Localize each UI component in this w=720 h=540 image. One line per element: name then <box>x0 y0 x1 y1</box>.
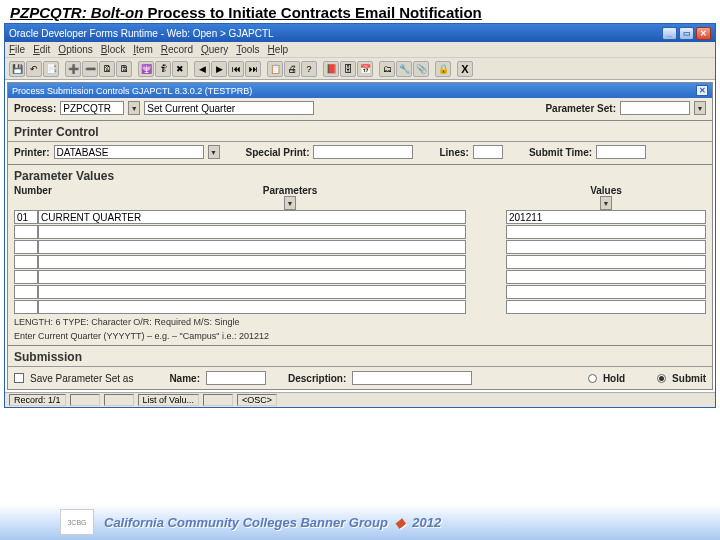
titlebar: Oracle Developer Forms Runtime - Web: Op… <box>5 24 715 42</box>
paramset-dropdown[interactable]: ▼ <box>694 101 706 115</box>
param-num[interactable] <box>14 255 38 269</box>
prevrec-icon[interactable]: ◀ <box>194 61 210 77</box>
param-num[interactable] <box>14 225 38 239</box>
cal-icon[interactable]: 📅 <box>357 61 373 77</box>
close-button[interactable]: ✕ <box>696 27 711 40</box>
process-dropdown[interactable]: ▼ <box>128 101 140 115</box>
param-desc[interactable] <box>38 255 466 269</box>
printer-input[interactable] <box>54 145 204 159</box>
param-desc-1[interactable] <box>38 210 466 224</box>
window-title: Oracle Developer Forms Runtime - Web: Op… <box>9 28 660 39</box>
cancelq-icon[interactable]: ✖ <box>172 61 188 77</box>
param-scroll-dropdown[interactable]: ▼ <box>284 196 296 210</box>
book-icon[interactable]: 📕 <box>323 61 339 77</box>
insert-icon[interactable]: ➕ <box>65 61 81 77</box>
lines-input[interactable] <box>473 145 503 159</box>
special-print-label: Special Print: <box>246 147 310 158</box>
param-val[interactable] <box>506 300 706 314</box>
param-num-1[interactable] <box>14 210 38 224</box>
printer-header: Printer Control <box>8 123 712 141</box>
save-paramset-checkbox[interactable] <box>14 373 24 383</box>
process-input[interactable] <box>60 101 124 115</box>
value-scroll-dropdown[interactable]: ▼ <box>600 196 612 210</box>
tool2-icon[interactable]: 🔧 <box>396 61 412 77</box>
tool-icon[interactable]: 🗂 <box>379 61 395 77</box>
nextblk-icon[interactable]: ⏭ <box>245 61 261 77</box>
list-icon[interactable]: 📋 <box>267 61 283 77</box>
submit-radio[interactable] <box>657 374 666 383</box>
status-cell <box>203 394 233 406</box>
lock-icon[interactable]: 🔒 <box>435 61 451 77</box>
exit-icon[interactable]: X <box>457 61 473 77</box>
param-num[interactable] <box>14 240 38 254</box>
menu-help[interactable]: Help <box>268 44 289 55</box>
status-list: List of Valu... <box>138 394 199 406</box>
sub-title: Process Submission Controls GJAPCTL 8.3.… <box>12 86 252 96</box>
param-val-1[interactable] <box>506 210 706 224</box>
delete-icon[interactable]: ➖ <box>82 61 98 77</box>
help-icon[interactable]: ? <box>301 61 317 77</box>
special-print-input[interactable] <box>313 145 413 159</box>
menu-record[interactable]: Record <box>161 44 193 55</box>
desc-label: Description: <box>288 373 346 384</box>
desc-input[interactable] <box>352 371 472 385</box>
menu-file[interactable]: File <box>9 44 25 55</box>
submit-time-input[interactable] <box>596 145 646 159</box>
param-desc[interactable] <box>38 285 466 299</box>
enterq-icon[interactable]: 🕎 <box>138 61 154 77</box>
hold-radio[interactable] <box>588 374 597 383</box>
slide-footer: 3CBG California Community Colleges Banne… <box>0 504 720 540</box>
status-osc: <OSC> <box>237 394 277 406</box>
submission-header: Submission <box>8 348 712 366</box>
param-desc[interactable] <box>38 300 466 314</box>
maximize-button[interactable]: ▭ <box>679 27 694 40</box>
save-icon[interactable]: 💾 <box>9 61 25 77</box>
nextrec-icon[interactable]: ▶ <box>211 61 227 77</box>
param-values-header: Parameter Values <box>8 167 712 185</box>
next-icon[interactable]: 🖺 <box>116 61 132 77</box>
minimize-button[interactable]: _ <box>662 27 677 40</box>
menu-block[interactable]: Block <box>101 44 125 55</box>
process-row: Process: ▼ Parameter Set: ▼ <box>8 98 712 118</box>
hold-label: Hold <box>603 373 625 384</box>
name-label: Name: <box>169 373 200 384</box>
name-input[interactable] <box>206 371 266 385</box>
process-desc-input[interactable] <box>144 101 314 115</box>
calc-icon[interactable]: 🗄 <box>340 61 356 77</box>
param-val[interactable] <box>506 255 706 269</box>
prevblk-icon[interactable]: ⏮ <box>228 61 244 77</box>
menu-edit[interactable]: Edit <box>33 44 50 55</box>
param-num[interactable] <box>14 300 38 314</box>
printer-dropdown[interactable]: ▼ <box>208 145 220 159</box>
prev-icon[interactable]: 🖻 <box>99 61 115 77</box>
forms-window: Oracle Developer Forms Runtime - Web: Op… <box>4 23 716 408</box>
tool3-icon[interactable]: 📎 <box>413 61 429 77</box>
menu-query[interactable]: Query <box>201 44 228 55</box>
param-desc[interactable] <box>38 270 466 284</box>
rollback-icon[interactable]: ↶ <box>26 61 42 77</box>
param-desc[interactable] <box>38 225 466 239</box>
save-paramset-label: Save Parameter Set as <box>30 373 133 384</box>
param-val[interactable] <box>506 240 706 254</box>
sub-titlebar: Process Submission Controls GJAPCTL 8.3.… <box>8 83 712 98</box>
status-cell <box>70 394 100 406</box>
menu-item[interactable]: Item <box>133 44 152 55</box>
sub-close-icon[interactable]: ✕ <box>696 85 708 96</box>
lines-label: Lines: <box>439 147 468 158</box>
ccbg-logo: 3CBG <box>60 509 94 535</box>
param-val[interactable] <box>506 285 706 299</box>
param-num[interactable] <box>14 285 38 299</box>
select-icon[interactable]: 📑 <box>43 61 59 77</box>
process-label: Process: <box>14 103 56 114</box>
menu-options[interactable]: Options <box>58 44 92 55</box>
print-icon[interactable]: 🖨 <box>284 61 300 77</box>
submit-label: Submit <box>672 373 706 384</box>
param-num[interactable] <box>14 270 38 284</box>
menu-tools[interactable]: Tools <box>236 44 259 55</box>
param-val[interactable] <box>506 270 706 284</box>
printer-row: Printer: ▼ Special Print: Lines: Submit … <box>8 142 712 162</box>
param-desc[interactable] <box>38 240 466 254</box>
param-val[interactable] <box>506 225 706 239</box>
paramset-input[interactable] <box>620 101 690 115</box>
execq-icon[interactable]: 🕏 <box>155 61 171 77</box>
